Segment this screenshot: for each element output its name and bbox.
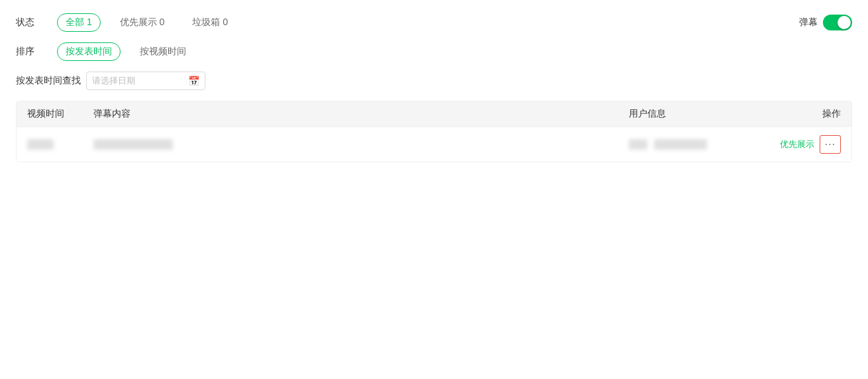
user-avatar-blurred [629, 139, 647, 150]
sort-row: 排序 按发表时间 按视频时间 [16, 42, 852, 61]
date-filter-label: 按发表时间查找 [16, 75, 81, 87]
more-button[interactable]: ··· [820, 135, 841, 154]
tab-priority[interactable]: 优先展示 0 [111, 13, 174, 32]
date-filter-row: 按发表时间查找 请选择日期 📅 [16, 72, 852, 90]
video-time-blurred [27, 139, 54, 150]
date-placeholder: 请选择日期 [92, 75, 183, 87]
toggle-label: 弹幕 [799, 17, 818, 28]
table-header: 视频时间 弹幕内容 用户信息 操作 [17, 101, 851, 127]
table-row: 优先展示 ··· [17, 127, 851, 162]
col-action: 操作 [761, 108, 841, 120]
user-name-blurred [654, 139, 707, 150]
date-picker[interactable]: 请选择日期 📅 [86, 72, 205, 90]
danmu-toggle-area: 弹幕 [799, 15, 852, 30]
col-user-info: 用户信息 [629, 108, 761, 120]
cell-action: 优先展示 ··· [761, 135, 841, 154]
status-tab-group: 全部 1 优先展示 0 垃圾箱 0 [57, 13, 799, 32]
sort-by-video-time[interactable]: 按视频时间 [131, 42, 195, 61]
col-video-time: 视频时间 [27, 108, 93, 120]
sort-label: 排序 [16, 46, 49, 58]
calendar-icon: 📅 [188, 76, 199, 86]
cell-user-info [629, 139, 761, 150]
tab-trash[interactable]: 垃圾箱 0 [184, 13, 237, 32]
tab-all[interactable]: 全部 1 [57, 13, 101, 32]
danmu-table: 视频时间 弹幕内容 用户信息 操作 优先展示 ··· [16, 101, 852, 162]
sort-by-post-time[interactable]: 按发表时间 [57, 42, 121, 61]
sort-group: 按发表时间 按视频时间 [57, 42, 852, 61]
status-row: 状态 全部 1 优先展示 0 垃圾箱 0 弹幕 [16, 13, 852, 32]
cell-content [93, 139, 629, 150]
danmu-toggle[interactable] [823, 15, 852, 30]
main-container: 状态 全部 1 优先展示 0 垃圾箱 0 弹幕 排序 按发表时间 按视频时间 按… [0, 0, 868, 176]
status-label: 状态 [16, 17, 49, 28]
cell-video-time [27, 139, 93, 150]
col-content: 弹幕内容 [93, 108, 629, 120]
priority-button[interactable]: 优先展示 [780, 138, 814, 150]
content-blurred [93, 139, 173, 150]
